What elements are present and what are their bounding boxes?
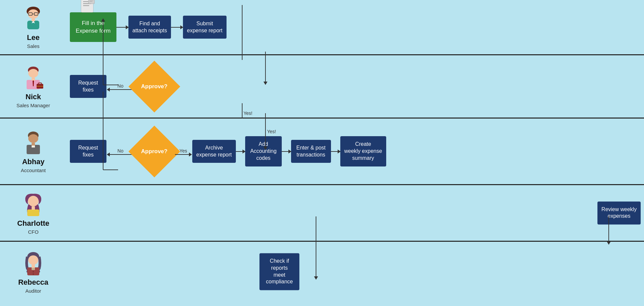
avatar-nick (20, 65, 47, 91)
arrow-no-abhay (107, 154, 134, 155)
lane-label-abhay: Abhay Accountant (0, 124, 67, 178)
swimlane-abhay: Abhay Accountant Request fixes No Approv… (0, 119, 644, 185)
svg-rect-33 (32, 143, 35, 146)
create-weekly-expense-summary-box: Create weekly expense summary (340, 136, 386, 166)
find-attach-receipts-box: Find and attach receipts (128, 16, 171, 39)
lane2-content: Request fixes No Approve? Yes! (67, 60, 644, 113)
submit-expense-report-box: Submit expense report (183, 16, 227, 39)
arrow-no-nick (107, 89, 134, 90)
fill-expense-form-box: Fill in the Expense form (70, 12, 116, 42)
svg-rect-7 (32, 19, 35, 21)
svg-point-38 (28, 255, 38, 265)
rebecca-name: Rebecca (18, 278, 49, 287)
svg-text:Yes!: Yes! (243, 111, 252, 116)
lane-label-nick: Nick Sales Manager (0, 59, 67, 114)
lane-label-lee: Lee Sales (0, 0, 67, 54)
lee-name: Lee (27, 33, 40, 42)
rebecca-role: Auditor (25, 288, 41, 294)
lane-label-charlotte: Charlotte CFO (0, 186, 67, 240)
review-weekly-expenses-box: Review weekly expenses (597, 201, 641, 225)
svg-rect-13 (88, 0, 94, 4)
svg-point-42 (33, 273, 34, 275)
lane1-content: Fill in the Expense form Find and attach… (67, 1, 644, 54)
svg-rect-35 (27, 209, 39, 216)
request-fixes-nick-box: Request fixes (70, 75, 106, 98)
arrow-yes-abhay (175, 154, 192, 155)
nick-name: Nick (26, 93, 41, 101)
archive-expense-report-box: Archive expense report (192, 140, 236, 163)
avatar-charlotte (20, 191, 47, 218)
arrow-1 (116, 27, 128, 28)
svg-point-41 (33, 271, 34, 272)
swimlane-nick: Nick Sales Manager Request fixes No Appr… (0, 55, 644, 119)
svg-rect-43 (32, 264, 35, 268)
yes-label-abhay: Yes (180, 148, 187, 153)
abhay-name: Abhay (22, 157, 44, 166)
arrow-3 (236, 151, 245, 152)
svg-point-18 (28, 69, 38, 78)
approve-diamond-abhay: Approve? (134, 132, 174, 171)
svg-point-30 (28, 134, 38, 143)
document-icon (80, 0, 96, 15)
charlotte-name: Charlotte (17, 219, 50, 228)
lane3-flow: Request fixes No Approve? Yes Archive ex… (70, 132, 386, 171)
svg-rect-36 (32, 206, 35, 210)
lane1-flow: Fill in the Expense form Find and attach… (70, 12, 227, 42)
svg-point-34 (28, 196, 39, 206)
enter-post-transactions-box: Enter & post transactions (291, 140, 331, 163)
no-label-abhay: No (117, 148, 123, 153)
arrow-5 (331, 151, 340, 152)
avatar-abhay (20, 130, 47, 156)
arrow-2 (171, 27, 183, 28)
lee-role: Sales (27, 43, 40, 49)
lane-label-rebecca: Rebecca Auditor (0, 245, 67, 299)
lane3-content: Request fixes No Approve? Yes Archive ex… (67, 125, 644, 178)
request-fixes-abhay-box: Request fixes (70, 140, 106, 163)
lane5-content: Check if reports meet compliance (67, 245, 644, 298)
avatar-lee (20, 5, 47, 32)
arrow-4 (282, 151, 291, 152)
lane4-content: Review weekly expenses (67, 186, 644, 240)
yes-arrow-nick: Yes! (232, 60, 252, 127)
swimlane-charlotte: Charlotte CFO Review weekly expenses (0, 185, 644, 242)
approve-diamond-nick: Approve? (134, 67, 174, 107)
swimlane-rebecca: Rebecca Auditor Check if reports meet co… (0, 242, 644, 302)
nick-role: Sales Manager (17, 103, 50, 108)
check-compliance-box: Check if reports meet compliance (259, 253, 299, 290)
add-accounting-codes-box: Add Accounting codes (245, 136, 282, 166)
svg-rect-21 (32, 78, 35, 81)
abhay-role: Accountant (21, 167, 46, 173)
avatar-rebecca (20, 250, 47, 277)
charlotte-role: CFO (28, 229, 39, 235)
svg-rect-40 (32, 267, 35, 270)
swimlane-lee: Lee Sales (0, 0, 644, 55)
no-label-nick: No (117, 83, 123, 89)
